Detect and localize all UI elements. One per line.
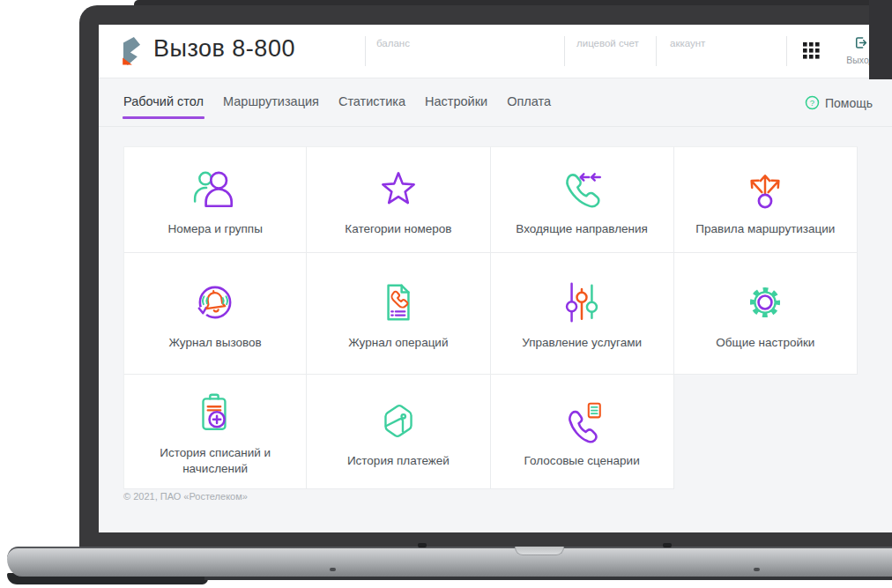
tile-label: Входящие направления (516, 221, 648, 237)
copyright: © 2021, ПАО «Ростелеком» (123, 491, 248, 502)
empty-grid-cell (674, 375, 858, 489)
tile-grid: Номера и группыКатегории номеровВходящие… (123, 146, 858, 489)
balance-field-label: баланс (376, 38, 410, 48)
tile-label: История списаний и начислений (138, 445, 292, 477)
laptop-bezel-corner (869, 0, 892, 79)
payments-wallet-icon (375, 396, 422, 445)
nav-tabs: Рабочий столМаршрутизацияСтатистикаНастр… (123, 94, 551, 108)
tile-label: Голосовые сценарии (524, 453, 640, 469)
incoming-call-icon (558, 164, 606, 213)
laptop-mockup: { "header": { "title": "Вызов 8-800", "l… (0, 0, 892, 588)
tile-settings-gear[interactable]: Общие настройки (674, 253, 858, 375)
header-divider (656, 36, 657, 66)
laptop-base (7, 547, 892, 577)
header-divider (564, 36, 565, 66)
tile-people[interactable]: Номера и группы (123, 146, 307, 253)
tile-label: Общие настройки (716, 335, 814, 351)
apps-grid-icon[interactable] (803, 42, 820, 59)
header-divider (786, 36, 787, 66)
app-title: Вызов 8-800 (153, 35, 295, 63)
tile-label: Правила маршрутизации (695, 221, 835, 237)
base-screw (754, 568, 760, 571)
voice-scenarios-icon (558, 396, 606, 445)
tile-operations-log[interactable]: Журнал операций (307, 253, 490, 375)
tile-incoming-call[interactable]: Входящие направления (491, 146, 674, 253)
logout-icon (853, 35, 868, 50)
tile-services-sliders[interactable]: Управление услугами (491, 253, 674, 375)
charges-history-icon (191, 388, 239, 437)
people-icon (191, 164, 239, 213)
tile-label: Журнал операций (348, 335, 448, 351)
tile-voice-scenarios[interactable]: Голосовые сценарии (491, 375, 674, 489)
laptop-screen: Вызов 8-800 баланс лицевой счет аккаунт … (99, 25, 892, 532)
question-icon: ? (805, 95, 820, 110)
tile-charges-history[interactable]: История списаний и начислений (123, 375, 307, 489)
tile-label: Номера и группы (167, 221, 262, 237)
laptop-lid-notch (515, 547, 564, 555)
header-divider (365, 36, 366, 66)
call-log-icon (191, 278, 239, 327)
operations-log-icon (375, 278, 422, 327)
tab-1[interactable]: Рабочий стол (123, 94, 204, 108)
star-icon (375, 164, 422, 213)
tile-label: Журнал вызовов (169, 335, 262, 351)
tile-label: История платежей (347, 453, 450, 469)
bezel-bumper (663, 543, 672, 547)
help-label: Помощь (825, 96, 873, 110)
tab-5[interactable]: Оплата (507, 94, 551, 108)
tile-label: Управление услугами (522, 335, 642, 351)
account-field-label: аккаунт (670, 38, 705, 48)
tab-2[interactable]: Маршрутизация (223, 94, 319, 108)
app-header: Вызов 8-800 баланс лицевой счет аккаунт … (99, 25, 892, 78)
svg-text:?: ? (810, 98, 814, 108)
tab-3[interactable]: Статистика (338, 94, 405, 108)
tile-payments-wallet[interactable]: История платежей (307, 375, 490, 489)
base-screw (330, 568, 336, 571)
tile-routing[interactable]: Правила маршрутизации (674, 146, 858, 253)
services-sliders-icon (558, 278, 606, 327)
settings-gear-icon (741, 278, 789, 327)
tile-call-log[interactable]: Журнал вызовов (123, 253, 307, 375)
help-link[interactable]: ? Помощь (805, 95, 873, 110)
tile-label: Категории номеров (345, 221, 451, 237)
nav-bar: Рабочий столМаршрутизацияСтатистикаНастр… (99, 78, 892, 127)
routing-icon (741, 164, 789, 213)
personal-account-field-label: лицевой счет (576, 38, 639, 48)
logo-icon (120, 34, 144, 68)
tile-star[interactable]: Категории номеров (307, 146, 490, 253)
bezel-bumper (418, 543, 427, 547)
tab-4[interactable]: Настройки (425, 94, 487, 108)
